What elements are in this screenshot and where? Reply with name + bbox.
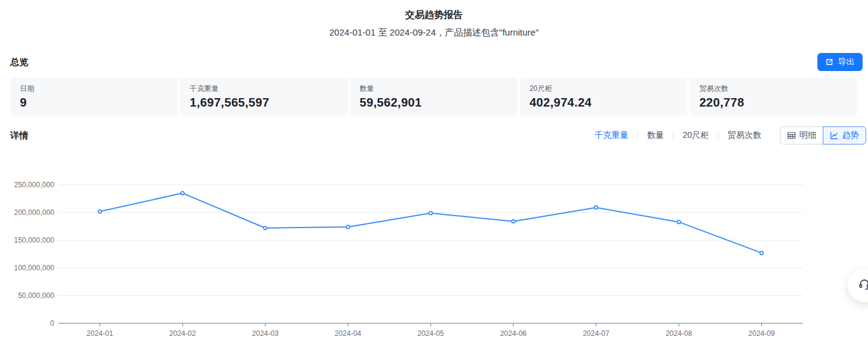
detail-view-label: 明细: [799, 130, 816, 141]
stat-card-quantity: 数量 59,562,901: [350, 78, 518, 116]
svg-text:250,000,000: 250,000,000: [14, 181, 54, 189]
details-header: 详情 千克重量 数量 20尺柜 贸易次数 明细: [10, 126, 866, 145]
overview-cards: 日期 9 千克重量 1,697,565,597 数量 59,562,901 20…: [10, 78, 857, 116]
stat-label: 20尺柜: [529, 84, 678, 93]
headset-icon: [858, 278, 868, 293]
trend-view-button[interactable]: 趋势: [823, 126, 866, 144]
stat-label: 日期: [20, 84, 168, 93]
svg-text:2024-04: 2024-04: [335, 329, 361, 338]
tab-trade-count[interactable]: 贸易次数: [728, 130, 761, 141]
overview-section-title: 总览: [10, 57, 28, 68]
stat-value: 9: [20, 96, 168, 110]
svg-text:50,000,000: 50,000,000: [18, 291, 54, 300]
svg-text:100,000,000: 100,000,000: [14, 264, 54, 272]
svg-text:2024-09: 2024-09: [748, 329, 775, 338]
svg-text:2024-05: 2024-05: [417, 329, 444, 338]
tab-separator: [673, 132, 673, 140]
svg-text:200,000,000: 200,000,000: [14, 208, 54, 217]
svg-text:0: 0: [50, 319, 54, 328]
stat-card-20ft-container: 20尺柜 402,974.24: [520, 78, 687, 116]
stat-value: 59,562,901: [360, 96, 508, 110]
export-button-label: 导出: [838, 57, 855, 67]
export-icon: [825, 58, 834, 66]
overview-header: 总览 导出: [10, 52, 863, 72]
stat-card-trade-count: 贸易次数 220,778: [690, 78, 857, 116]
stat-card-date: 日期 9: [10, 78, 178, 116]
trade-trend-report-page: 交易趋势报告 2024-01-01 至 2024-09-24，产品描述包含"fu…: [0, 0, 868, 354]
stat-value: 220,778: [699, 96, 848, 110]
stat-card-kg-weight: 千克重量 1,697,565,597: [180, 78, 348, 116]
stat-value: 1,697,565,597: [190, 96, 338, 110]
export-button[interactable]: 导出: [817, 53, 863, 71]
detail-view-button[interactable]: 明细: [780, 126, 823, 144]
table-icon: [787, 131, 796, 140]
svg-text:2024-02: 2024-02: [169, 329, 196, 338]
trend-view-label: 趋势: [842, 130, 859, 141]
svg-text:2024-08: 2024-08: [665, 329, 692, 338]
trend-line-chart[interactable]: 050,000,000100,000,000150,000,000200,000…: [0, 169, 868, 349]
stat-label: 贸易次数: [699, 84, 848, 93]
svg-text:2024-06: 2024-06: [500, 329, 527, 338]
page-title: 交易趋势报告: [0, 9, 868, 22]
svg-text:150,000,000: 150,000,000: [14, 236, 54, 244]
tab-separator: [718, 132, 719, 140]
tab-separator: [637, 132, 638, 140]
svg-text:2024-01: 2024-01: [87, 329, 113, 338]
view-toggle-group: 明细 趋势: [780, 126, 866, 144]
metric-tabs: 千克重量 数量 20尺柜 贸易次数: [594, 130, 761, 141]
tab-quantity[interactable]: 数量: [647, 130, 664, 141]
trend-icon: [830, 131, 838, 140]
details-section-title: 详情: [10, 130, 28, 141]
stat-value: 402,974.24: [529, 96, 678, 110]
tab-20ft-container[interactable]: 20尺柜: [682, 130, 709, 141]
page-subtitle: 2024-01-01 至 2024-09-24，产品描述包含"furniture…: [0, 27, 868, 39]
stat-label: 千克重量: [190, 84, 338, 93]
svg-text:2024-07: 2024-07: [583, 329, 609, 338]
svg-text:2024-03: 2024-03: [252, 329, 278, 338]
stat-label: 数量: [360, 84, 508, 93]
tab-kg-weight[interactable]: 千克重量: [594, 130, 628, 141]
